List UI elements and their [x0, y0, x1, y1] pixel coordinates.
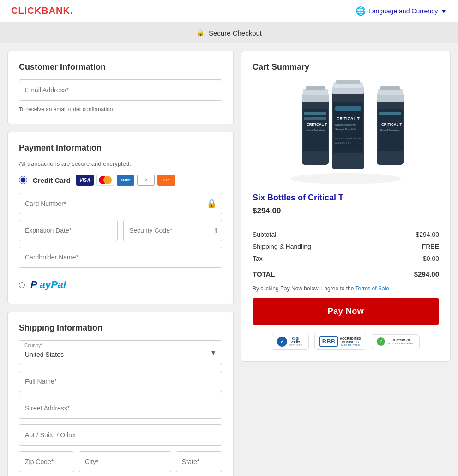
svg-text:Strength, Drive & En: Strength, Drive & En	[335, 128, 356, 131]
svg-text:60 CAPSULES: 60 CAPSULES	[335, 142, 351, 145]
card-number-input[interactable]	[19, 193, 222, 214]
credit-card-option: Credit Card VISA AMEX ⊙ DISC	[19, 175, 222, 186]
security-group: ℹ	[123, 220, 222, 241]
svg-text:DIETARY SUPPLEMENT: DIETARY SUPPLEMENT	[335, 137, 361, 140]
card-lock-icon: 🔒	[206, 199, 217, 209]
svg-rect-6	[304, 112, 326, 115]
card-number-group: 🔒	[19, 193, 222, 214]
expiry-group	[19, 220, 118, 241]
right-column: Cart Summary CR	[241, 51, 451, 476]
street-address-input[interactable]	[19, 398, 222, 419]
diners-icon: ⊙	[137, 175, 155, 186]
total-value: $294.00	[414, 270, 439, 278]
total-label: TOTAL	[253, 270, 275, 278]
zip-code-input[interactable]	[19, 451, 74, 472]
paypal-radio[interactable]	[19, 282, 25, 288]
credit-card-label: Credit Card	[33, 176, 71, 184]
tax-value: $0.00	[423, 255, 439, 262]
tax-row: Tax $0.00	[253, 255, 439, 262]
customer-info-title: Customer Information	[19, 62, 222, 72]
left-column: Customer Information To receive an email…	[7, 51, 234, 476]
svg-text:CRITICAL T: CRITICAL T	[307, 122, 327, 127]
cardholder-group	[19, 247, 222, 268]
street-group	[19, 398, 222, 419]
globe-icon: 🌐	[356, 6, 366, 16]
state-input[interactable]	[176, 451, 222, 472]
shipping-info-card: Shipping Information Country* United Sta…	[7, 312, 234, 476]
svg-rect-5	[306, 86, 325, 90]
svg-rect-24	[335, 106, 361, 111]
discover-icon: DISC	[157, 175, 175, 186]
zip-group	[19, 451, 74, 472]
state-group	[176, 451, 222, 472]
payment-info-card: Payment Information All transactions are…	[7, 132, 234, 304]
expiry-input[interactable]	[19, 220, 118, 241]
terms-text: By clicking Pay Now below, I agree to th…	[253, 285, 439, 292]
total-row: TOTAL $294.00	[253, 267, 439, 278]
clickbank-logo: CLICKBANK.	[11, 6, 73, 16]
language-currency-button[interactable]: 🌐 Language and Currency ▼	[356, 6, 447, 16]
product-price: $294.00	[253, 206, 439, 223]
country-select-wrapper: Country* United States Canada United Kin…	[19, 340, 222, 365]
amex-icon: AMEX	[117, 175, 134, 186]
digicert-badge: ✓ digi CERT SECURED	[272, 333, 309, 350]
svg-text:CRITICAL T: CRITICAL T	[337, 116, 360, 121]
terms-of-sale-link[interactable]: Terms of Sale	[356, 285, 389, 292]
svg-text:Natural Testosterone: Natural Testosterone	[335, 123, 356, 126]
trust-badges: ✓ digi CERT SECURED BBB ACCRED	[253, 333, 439, 350]
svg-text:Natural Testosteron: Natural Testosteron	[306, 129, 325, 132]
subtotal-value: $294.00	[416, 231, 439, 238]
main-content: Customer Information To receive an email…	[0, 43, 458, 476]
product-name: Six Bottles of Critical T	[253, 193, 439, 203]
security-code-input[interactable]	[123, 220, 222, 241]
apt-group	[19, 424, 222, 446]
card-icons: VISA AMEX ⊙ DISC	[76, 175, 175, 186]
digicert-icon: ✓	[277, 337, 287, 347]
cardholder-name-input[interactable]	[19, 247, 222, 268]
email-hint: To receive an email order confirmation.	[19, 106, 222, 113]
paypal-option: P ayPal	[19, 273, 222, 293]
payment-info-title: Payment Information	[19, 143, 222, 153]
country-select[interactable]: United States Canada United Kingdom	[19, 340, 222, 365]
payment-subtitle: All transactions are secure and encrypte…	[19, 160, 222, 167]
svg-rect-14	[380, 86, 400, 90]
cart-summary-card: Cart Summary CR	[241, 51, 451, 362]
expiry-security-row: ℹ	[19, 220, 222, 247]
security-info-icon[interactable]: ℹ	[215, 226, 217, 235]
lock-icon: 🔒	[196, 29, 205, 37]
secure-checkout-bar: 🔒 Secure Checkout	[0, 22, 458, 43]
city-group	[79, 451, 171, 472]
shipping-value: FREE	[422, 243, 439, 250]
trustedsite-icon: ✓	[377, 337, 385, 346]
paypal-text: ayPal	[40, 279, 66, 291]
svg-rect-7	[304, 117, 326, 120]
svg-point-0	[290, 173, 401, 184]
paypal-logo: P ayPal	[30, 279, 66, 291]
product-image-area: CRITICAL T Natural Testosteron CRITICAL …	[253, 79, 439, 186]
visa-icon: VISA	[76, 175, 94, 186]
product-bottles-image: CRITICAL T Natural Testosteron CRITICAL …	[279, 79, 413, 186]
country-label: Country*	[24, 343, 42, 348]
customer-info-card: Customer Information To receive an email…	[7, 51, 234, 124]
secure-checkout-label: Secure Checkout	[209, 29, 262, 37]
shipping-info-title: Shipping Information	[19, 323, 222, 333]
zip-city-state-row	[19, 451, 222, 476]
svg-rect-28	[335, 134, 361, 134]
subtotal-row: Subtotal $294.00	[253, 231, 439, 238]
pay-now-button[interactable]: Pay Now	[253, 298, 439, 325]
svg-text:CRITICAL T: CRITICAL T	[381, 122, 402, 127]
shipping-label: Shipping & Handling	[253, 243, 311, 250]
apt-suite-input[interactable]	[19, 424, 222, 446]
fullname-input[interactable]	[19, 371, 222, 392]
chevron-down-icon: ▼	[440, 7, 447, 15]
svg-rect-15	[379, 112, 401, 115]
shipping-row: Shipping & Handling FREE	[253, 243, 439, 250]
fullname-group	[19, 371, 222, 392]
mastercard-icon	[96, 175, 114, 186]
cart-summary-title: Cart Summary	[253, 62, 439, 72]
bbb-icon: BBB	[319, 336, 338, 347]
email-form-group	[19, 79, 222, 101]
city-input[interactable]	[79, 451, 171, 472]
credit-card-radio[interactable]	[19, 176, 27, 184]
email-input[interactable]	[19, 79, 222, 101]
